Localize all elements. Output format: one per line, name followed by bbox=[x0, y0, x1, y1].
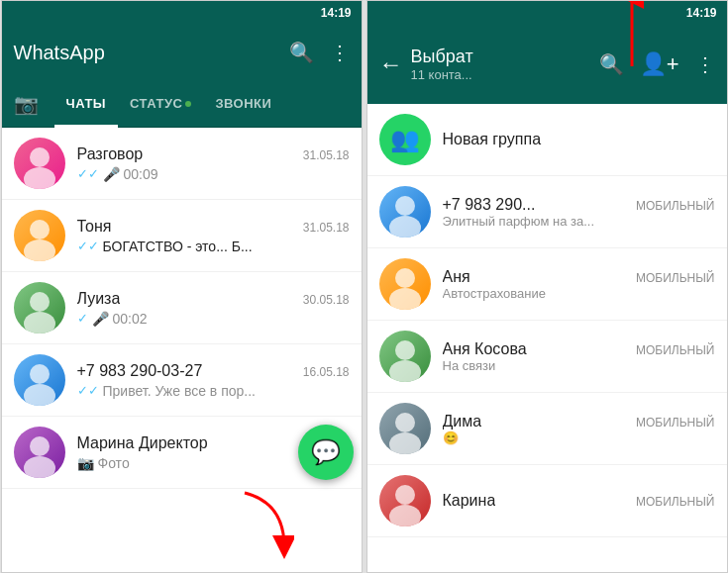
contact-top: Дима МОБИЛЬНЫЙ bbox=[443, 413, 715, 430]
new-chat-fab[interactable]: 💬 bbox=[298, 425, 354, 480]
chat-name: +7 983 290-03-27 bbox=[77, 362, 203, 380]
chat-item[interactable]: Луиза 30.05.18 ✓ 🎤 00:02 bbox=[2, 272, 362, 344]
contacts-search-icon[interactable]: 🔍 bbox=[599, 52, 624, 76]
tab-chats[interactable]: ЧАТЫ bbox=[54, 80, 119, 128]
contact-info: Новая группа bbox=[443, 131, 715, 148]
contact-type: МОБИЛЬНЫЙ bbox=[636, 495, 715, 509]
svg-point-18 bbox=[389, 360, 421, 382]
new-group-name: Новая группа bbox=[443, 131, 542, 147]
contact-top: Аня Косова МОБИЛЬНЫЙ bbox=[443, 340, 715, 358]
chat-top: Тоня 31.05.18 bbox=[77, 218, 350, 236]
chat-date: 31.05.18 bbox=[303, 221, 350, 235]
tab-status[interactable]: СТАТУС bbox=[118, 80, 203, 128]
tabs-bar: 📷 ЧАТЫ СТАТУС ЗВОНКИ bbox=[2, 80, 362, 128]
svg-point-3 bbox=[24, 239, 55, 261]
contact-name: +7 983 290... bbox=[443, 196, 536, 214]
contact-top: +7 983 290... МОБИЛЬНЫЙ bbox=[443, 196, 715, 214]
contact-top: Карина МОБИЛЬНЫЙ bbox=[443, 492, 715, 510]
contact-item[interactable]: Аня Косова МОБИЛЬНЫЙ На связи bbox=[367, 321, 727, 393]
status-bar-left: 14:19 bbox=[2, 1, 362, 25]
contact-info: Аня МОБИЛЬНЫЙ Автострахование bbox=[443, 268, 715, 301]
new-group-avatar: 👥 bbox=[379, 114, 431, 165]
contact-type: МОБИЛЬНЫЙ bbox=[636, 271, 715, 285]
chat-item[interactable]: +7 983 290-03-27 16.05.18 ✓✓ Привет. Уже… bbox=[2, 344, 362, 417]
svg-point-19 bbox=[395, 413, 415, 432]
contact-item[interactable]: +7 983 290... МОБИЛЬНЫЙ Элитный парфюм н… bbox=[367, 176, 727, 248]
contact-name: Аня bbox=[443, 268, 470, 286]
svg-point-22 bbox=[389, 505, 421, 526]
contact-top: Аня МОБИЛЬНЫЙ bbox=[443, 268, 715, 286]
contact-info: +7 983 290... МОБИЛЬНЫЙ Элитный парфюм н… bbox=[443, 196, 715, 229]
chat-top: +7 983 290-03-27 16.05.18 bbox=[77, 362, 350, 380]
avatar bbox=[379, 475, 431, 526]
chat-preview: ✓ 🎤 00:02 bbox=[77, 311, 350, 327]
avatar bbox=[14, 354, 65, 406]
chat-info: Луиза 30.05.18 ✓ 🎤 00:02 bbox=[77, 290, 350, 327]
chat-date: 31.05.18 bbox=[303, 148, 350, 162]
new-group-item[interactable]: 👥 Новая группа bbox=[367, 104, 727, 176]
contact-item[interactable]: Карина МОБИЛЬНЫЙ bbox=[367, 465, 727, 537]
chat-top: Разговор 31.05.18 bbox=[77, 145, 350, 163]
contact-item[interactable]: Дима МОБИЛЬНЫЙ 😊 bbox=[367, 393, 727, 465]
group-icon: 👥 bbox=[390, 126, 420, 153]
contact-name: Аня Косова bbox=[443, 340, 527, 358]
time-left: 14:19 bbox=[321, 6, 352, 20]
chat-fab-icon: 💬 bbox=[311, 438, 341, 466]
avatar bbox=[14, 138, 65, 189]
chat-item[interactable]: Тоня 31.05.18 ✓✓ БОГАТСТВО - это... Б... bbox=[2, 200, 362, 272]
chat-item[interactable]: Марина Директор 📷 Фото 💬 bbox=[2, 417, 362, 489]
chat-name: Разговор bbox=[77, 145, 144, 163]
chat-item[interactable]: Разговор 31.05.18 ✓✓ 🎤 00:09 bbox=[2, 128, 362, 200]
contacts-app-bar: ← Выбрат 11 конта... 🔍 👤+ ⋮ bbox=[367, 25, 727, 104]
svg-point-14 bbox=[389, 216, 421, 238]
camera-tab-icon[interactable]: 📷 bbox=[14, 92, 39, 116]
chat-info: +7 983 290-03-27 16.05.18 ✓✓ Привет. Уже… bbox=[77, 362, 350, 399]
svg-point-20 bbox=[389, 432, 421, 454]
chat-list: Разговор 31.05.18 ✓✓ 🎤 00:09 Тоня 31.05.… bbox=[2, 128, 362, 572]
back-button[interactable]: ← bbox=[379, 50, 403, 78]
contact-status: На связи bbox=[443, 358, 715, 373]
chat-info: Тоня 31.05.18 ✓✓ БОГАТСТВО - это... Б... bbox=[77, 218, 350, 254]
contact-info: Дима МОБИЛЬНЫЙ 😊 bbox=[443, 413, 715, 445]
more-menu-icon[interactable]: ⋮ bbox=[330, 41, 350, 64]
red-arrow-left bbox=[235, 483, 294, 562]
contacts-subtitle: 11 конта... bbox=[411, 67, 591, 82]
contacts-more-icon[interactable]: ⋮ bbox=[695, 52, 715, 76]
mic-icon: 🎤 bbox=[103, 166, 120, 182]
svg-point-16 bbox=[389, 288, 421, 310]
contact-name: Карина bbox=[443, 492, 496, 510]
time-right: 14:19 bbox=[686, 6, 717, 20]
svg-point-15 bbox=[395, 268, 415, 288]
avatar bbox=[379, 331, 431, 382]
contact-status: Автострахование bbox=[443, 286, 715, 301]
check-icon: ✓✓ bbox=[77, 166, 99, 181]
chat-top: Луиза 30.05.18 bbox=[77, 290, 350, 308]
contact-status: Элитный парфюм на за... bbox=[443, 214, 715, 229]
check-icon: ✓ bbox=[77, 311, 88, 326]
app-bar-icons: 🔍 ⋮ bbox=[289, 41, 350, 64]
avatar bbox=[379, 258, 431, 310]
svg-point-0 bbox=[30, 147, 50, 167]
chat-preview: ✓✓ 🎤 00:09 bbox=[77, 166, 350, 182]
avatar bbox=[379, 186, 431, 238]
left-phone: 14:19 WhatsApp 🔍 ⋮ 📷 ЧАТЫ СТАТУС ЗВОНКИ bbox=[1, 0, 363, 573]
contacts-icons: 🔍 👤+ ⋮ bbox=[599, 51, 715, 77]
chat-date: 16.05.18 bbox=[303, 365, 350, 379]
add-contact-icon[interactable]: 👤+ bbox=[640, 51, 679, 77]
status-bar-right: 14:19 bbox=[367, 1, 727, 25]
contacts-title-wrap: Выбрат 11 конта... bbox=[411, 47, 591, 82]
svg-point-4 bbox=[30, 292, 50, 312]
tab-calls[interactable]: ЗВОНКИ bbox=[203, 80, 283, 128]
svg-point-21 bbox=[395, 485, 415, 505]
avatar bbox=[14, 210, 65, 261]
status-dot bbox=[185, 101, 191, 107]
contact-type: МОБИЛЬНЫЙ bbox=[636, 199, 715, 213]
contact-info: Аня Косова МОБИЛЬНЫЙ На связи bbox=[443, 340, 715, 373]
contact-item[interactable]: Аня МОБИЛЬНЫЙ Автострахование bbox=[367, 248, 727, 321]
contact-type: МОБИЛЬНЫЙ bbox=[636, 343, 715, 357]
app-bar-left: WhatsApp 🔍 ⋮ bbox=[2, 25, 362, 80]
app-title: WhatsApp bbox=[14, 42, 281, 64]
avatar bbox=[14, 427, 65, 478]
search-icon[interactable]: 🔍 bbox=[289, 41, 314, 64]
chat-preview: ✓✓ Привет. Уже все в пор... bbox=[77, 383, 350, 399]
